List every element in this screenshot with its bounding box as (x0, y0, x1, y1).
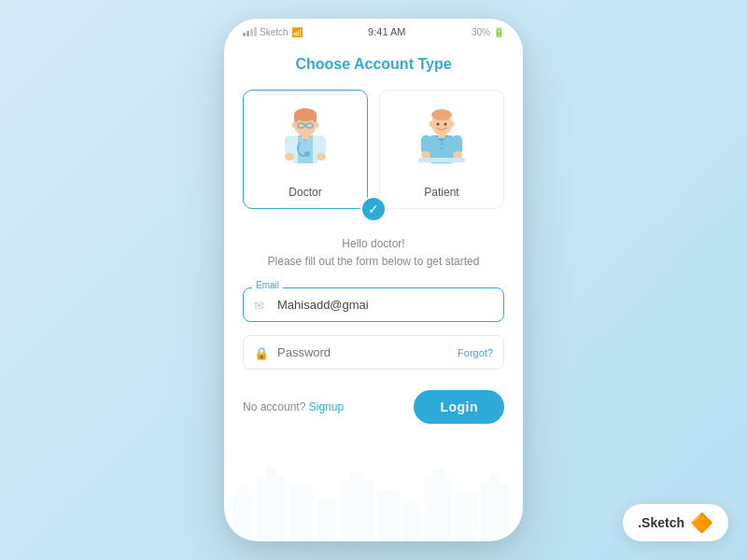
svg-rect-34 (238, 485, 247, 499)
selected-badge: ✓ (360, 196, 387, 222)
patient-card[interactable]: Patient (379, 90, 504, 209)
signup-link[interactable]: Signup (309, 400, 344, 413)
status-left: Sketch 📶 (243, 27, 303, 37)
email-icon: ✉ (254, 298, 264, 312)
svg-rect-10 (285, 135, 294, 156)
doctor-avatar (273, 104, 338, 178)
svg-point-25 (421, 151, 430, 159)
svg-rect-41 (378, 490, 399, 541)
phone-frame: Sketch 📶 9:41 AM 30% 🔋 Choose Account Ty… (224, 19, 523, 541)
account-type-selector: Doctor ✓ (243, 90, 504, 209)
svg-rect-24 (452, 135, 462, 154)
page-title: Choose Account Type (295, 56, 451, 73)
svg-point-29 (430, 121, 434, 127)
greeting-text: Hello doctor! Please fill out the form b… (268, 235, 480, 271)
svg-rect-11 (317, 135, 326, 156)
sketch-label: .Sketch (638, 515, 684, 530)
svg-point-26 (453, 151, 462, 159)
svg-point-18 (431, 109, 452, 120)
svg-rect-2 (294, 115, 298, 122)
login-button[interactable]: Login (414, 390, 504, 424)
carrier-name: Sketch (260, 27, 289, 37)
svg-rect-37 (289, 485, 313, 541)
svg-rect-23 (421, 135, 431, 154)
svg-rect-27 (418, 158, 465, 162)
greeting-line2: Please fill out the form below to get st… (268, 253, 480, 271)
svg-point-32 (444, 123, 447, 126)
svg-point-31 (437, 123, 440, 126)
lock-icon: 🔒 (254, 345, 269, 359)
battery-icon: 🔋 (493, 27, 504, 37)
svg-rect-39 (341, 481, 374, 541)
svg-rect-38 (317, 499, 336, 541)
svg-point-30 (450, 121, 455, 127)
doctor-card[interactable]: Doctor (243, 90, 368, 209)
no-account-text: No account? Signup (243, 400, 344, 413)
battery-label: 30% (472, 27, 490, 37)
svg-point-22 (441, 147, 444, 150)
doctor-label: Doctor (289, 186, 321, 199)
svg-point-16 (315, 122, 319, 128)
wifi-icon: 📶 (291, 27, 303, 37)
phone-content: Choose Account Type (224, 45, 523, 541)
forgot-link[interactable]: Forgot? (458, 347, 493, 358)
signal-icon (243, 27, 257, 36)
patient-label: Patient (424, 186, 458, 199)
email-label: Email (252, 280, 283, 290)
svg-point-9 (304, 151, 310, 157)
sketch-icon: 🔶 (690, 511, 713, 534)
status-time: 9:41 AM (368, 26, 405, 37)
svg-rect-28 (438, 133, 445, 138)
svg-rect-46 (481, 483, 509, 541)
greeting-line1: Hello doctor! (268, 235, 480, 253)
svg-rect-3 (313, 115, 317, 122)
sketch-badge: .Sketch 🔶 (623, 504, 728, 541)
svg-rect-8 (298, 135, 313, 163)
svg-rect-42 (403, 502, 420, 541)
svg-rect-36 (266, 467, 275, 481)
svg-rect-14 (302, 133, 309, 139)
svg-point-21 (441, 143, 444, 146)
svg-rect-43 (425, 478, 451, 541)
svg-rect-35 (257, 476, 285, 541)
svg-point-15 (292, 122, 297, 128)
status-right: 30% 🔋 (472, 27, 504, 37)
city-silhouette (224, 467, 523, 541)
password-field-group: 🔒 Forgot? (243, 335, 504, 370)
bottom-row: No account? Signup Login (243, 390, 504, 424)
svg-rect-44 (431, 469, 444, 482)
svg-rect-40 (350, 471, 364, 485)
svg-point-12 (285, 153, 294, 161)
svg-rect-33 (233, 495, 252, 541)
patient-avatar (409, 104, 474, 178)
svg-rect-47 (490, 474, 500, 487)
status-bar: Sketch 📶 9:41 AM 30% 🔋 (224, 19, 523, 45)
email-input[interactable] (243, 287, 504, 322)
email-field-group: Email ✉ (243, 287, 504, 322)
svg-point-13 (317, 153, 326, 161)
svg-rect-45 (456, 493, 476, 541)
